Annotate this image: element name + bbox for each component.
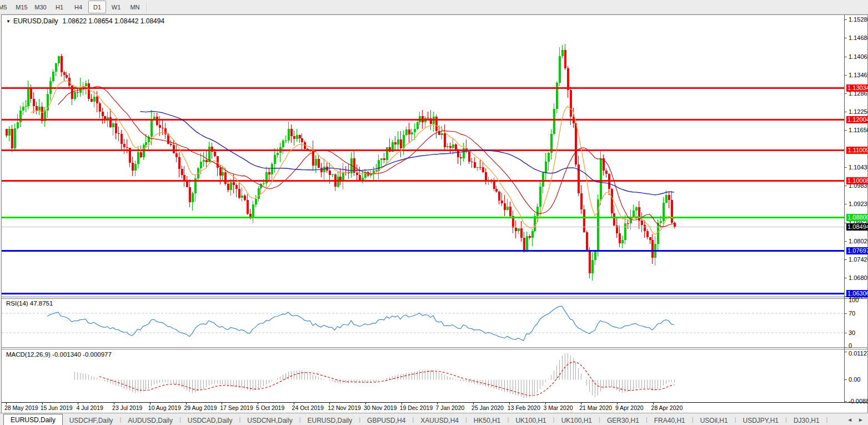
tab-usdjpy-h1[interactable]: USDJPY,H1: [736, 415, 785, 425]
date-tick-label: 3 Mar 2020: [544, 404, 573, 411]
price-level-badge: 1.13034: [846, 84, 868, 92]
macd-tick-label: 0.00: [849, 376, 860, 383]
price-level-badge: 1.11009: [846, 147, 868, 154]
tab-usdcnh-daily[interactable]: USDCNH,Daily: [240, 415, 299, 425]
tab-gbpusd-h4[interactable]: GBPUSD,H4: [360, 415, 412, 425]
price-tick-label: 1.14065: [849, 53, 868, 60]
tab-separator: |: [826, 416, 828, 423]
price-tick-label: 1.08020: [849, 238, 868, 244]
macd-tick-label: -0.008845: [849, 398, 868, 404]
price-tick-label: 1.10435: [849, 164, 868, 171]
date-tick-label: 15 Jun 2019: [41, 404, 73, 411]
timeframe-button-h4[interactable]: H4: [69, 1, 87, 13]
price-tick-label: 1.06805: [849, 274, 868, 281]
date-tick-label: 13 Feb 2020: [508, 404, 540, 411]
tab-dj30-h1[interactable]: DJ30,H1: [787, 415, 826, 425]
date-tick-label: 7 Jan 2020: [435, 404, 464, 411]
date-tick-label: 24 Oct 2019: [292, 404, 324, 411]
price-tick-label: 1.09235: [849, 201, 868, 207]
price-tick-label: 1.15280: [849, 16, 868, 23]
price-tick-label: 1.13465: [849, 72, 868, 78]
timeframe-button-w1[interactable]: W1: [107, 1, 125, 13]
rsi-tick-label: 30: [849, 329, 855, 336]
chart-tab-bar: EURUSD,DailyUSDCHF,Daily|AUDUSD,Daily|US…: [0, 413, 868, 425]
chart-graphics: [2, 15, 867, 413]
tab-hk50-h1[interactable]: HK50,H1: [467, 415, 508, 425]
price-level-badge: 1.07697: [846, 247, 868, 254]
price-tick-label: 1.14680: [849, 34, 868, 41]
tab-fra40-h1[interactable]: FRA40,H1: [648, 415, 692, 425]
macd-label: MACD(12,26,9) -0.001340 -0.000977: [6, 351, 112, 358]
price-tick-label: 1.11650: [849, 127, 868, 133]
tab-usoil-h1[interactable]: USOil,H1: [694, 415, 735, 425]
tab-eurusd-daily[interactable]: EURUSD,Daily: [301, 415, 359, 425]
timeframe-toolbar: M5M15M30H1H4D1W1MN: [0, 0, 868, 14]
tab-uk100-h1[interactable]: UK100,H1: [555, 415, 599, 425]
toolbar-divider: [147, 2, 148, 12]
date-tick-label: 4 Jul 2019: [76, 404, 103, 411]
tab-usdcad-daily[interactable]: USDCAD,Daily: [181, 415, 239, 425]
timeframe-buttons: M5M15M30H1H4D1W1MN: [0, 1, 144, 13]
tab-usdchf-daily[interactable]: USDCHF,Daily: [63, 415, 120, 425]
chart-dropdown-icon[interactable]: ▼: [6, 19, 11, 24]
date-tick-label: 21 Mar 2020: [579, 404, 612, 411]
date-tick-label: 29 Aug 2019: [184, 404, 217, 411]
date-tick-label: 9 Apr 2020: [615, 404, 644, 411]
chart-ohlc-values: 1.08622 1.08654 1.08442 1.08494: [63, 17, 165, 25]
tab-uk100-h1[interactable]: UK100,H1: [509, 415, 553, 425]
timeframe-button-h1[interactable]: H1: [51, 1, 68, 13]
mt4-window: M5M15M30H1H4D1W1MN ▼EURUSD,Daily1.08622 …: [0, 0, 868, 425]
date-tick-label: 19 Dec 2019: [400, 404, 433, 411]
date-tick-label: 10 Aug 2019: [148, 404, 181, 411]
timeframe-button-d1[interactable]: D1: [88, 1, 106, 13]
tab-ger30-h1[interactable]: GER30,H1: [600, 415, 646, 425]
rsi-tick-label: 70: [849, 310, 855, 317]
date-tick-label: 30 Nov 2019: [364, 404, 397, 411]
price-level-badge: 1.06306: [846, 290, 868, 297]
rsi-tick-label: 100: [849, 297, 859, 303]
price-level-badge: 1.10008: [846, 177, 868, 184]
tab-xauusd-h4[interactable]: XAUUSD,H4: [414, 415, 465, 425]
price-level-badge: 1.08800: [846, 214, 868, 221]
tab-audusd-daily[interactable]: AUDUSD,Daily: [121, 415, 179, 425]
bid-price-badge: 1.08494: [846, 223, 868, 231]
date-tick-label: 5 Oct 2019: [256, 404, 284, 411]
macd-tick-label: 0.011277: [849, 350, 868, 357]
date-tick-label: 23 Jul 2019: [112, 404, 142, 411]
price-tick-label: 1.12250: [849, 108, 868, 115]
tab-eurusd-daily[interactable]: EURUSD,Daily: [3, 414, 63, 425]
chart-symbol-label: EURUSD,Daily: [13, 17, 58, 25]
date-tick-label: 25 Jan 2020: [471, 404, 504, 411]
price-tick-label: 1.07420: [849, 256, 868, 263]
price-level-badge: 1.12004: [846, 116, 868, 123]
date-tick-label: 28 May 2019: [4, 404, 38, 411]
timeframe-button-m30[interactable]: M30: [32, 1, 49, 13]
timeframe-button-mn[interactable]: MN: [126, 1, 144, 13]
timeframe-button-m15[interactable]: M15: [13, 1, 31, 13]
date-tick-label: 17 Sep 2019: [220, 404, 253, 411]
tab-scroll-right-icon[interactable]: ►: [858, 417, 864, 423]
date-tick-label: 12 Nov 2019: [328, 404, 361, 411]
chart-window[interactable]: ▼EURUSD,Daily1.08622 1.08654 1.08442 1.0…: [1, 14, 868, 413]
date-tick-label: 28 Apr 2020: [651, 404, 683, 411]
rsi-label: RSI(14) 47.8751: [6, 300, 53, 307]
tab-scroll-left-icon[interactable]: ◄: [847, 417, 852, 423]
timeframe-button-m5[interactable]: M5: [0, 1, 12, 13]
chart-title: ▼EURUSD,Daily1.08622 1.08654 1.08442 1.0…: [6, 17, 164, 25]
rsi-tick-label: 0: [849, 342, 852, 349]
